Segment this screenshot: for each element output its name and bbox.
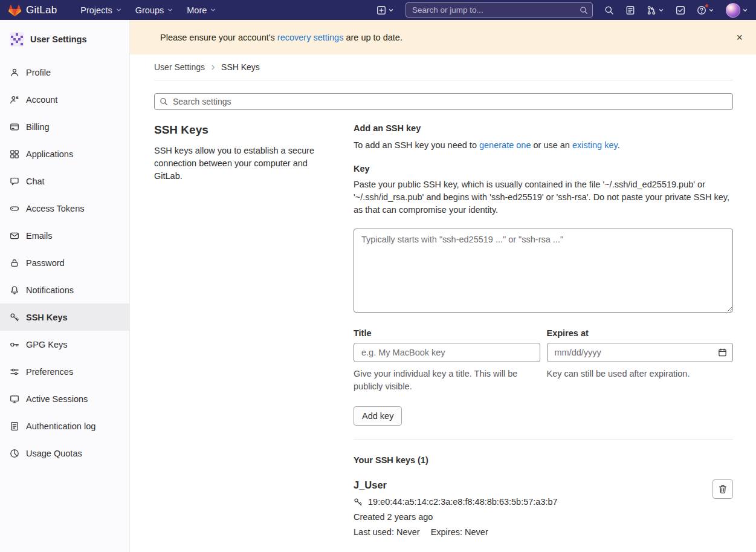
key-info: J_User 19:e0:44:a5:14:c2:3a:e8:f8:48:8b:… bbox=[354, 479, 558, 537]
recovery-settings-link[interactable]: recovery settings bbox=[277, 33, 344, 42]
sidebar-item-usage-quotas[interactable]: Usage Quotas bbox=[0, 440, 129, 467]
ssh-key-textarea[interactable] bbox=[354, 229, 733, 313]
intro-text-after: . bbox=[618, 140, 620, 150]
title-label: Title bbox=[354, 328, 540, 338]
alert-text-before: Please ensure your account's bbox=[160, 33, 277, 42]
sidebar-item-preferences[interactable]: Preferences bbox=[0, 358, 129, 385]
search-icon bbox=[604, 5, 614, 15]
chevron-down-icon bbox=[388, 7, 394, 13]
sidebar-item-chat[interactable]: Chat bbox=[0, 167, 129, 195]
navbar-search-input[interactable] bbox=[405, 2, 593, 18]
breadcrumb-current: SSH Keys bbox=[221, 62, 260, 72]
sidebar-item-label: Active Sessions bbox=[26, 394, 88, 404]
notifications-icon bbox=[10, 285, 19, 295]
gitlab-tanuki-icon bbox=[8, 4, 22, 17]
nav-item-projects[interactable]: Projects bbox=[74, 0, 128, 20]
todos-button[interactable] bbox=[676, 5, 685, 15]
ssh-keys-section: SSH Keys SSH keys allow you to establish… bbox=[154, 123, 733, 537]
sidebar-item-label: Notifications bbox=[26, 285, 74, 295]
existing-key-link[interactable]: existing key bbox=[572, 140, 618, 150]
sidebar-item-label: Emails bbox=[26, 231, 53, 241]
issues-button[interactable] bbox=[625, 5, 635, 15]
sidebar-item-profile[interactable]: Profile bbox=[0, 59, 129, 86]
sidebar-item-label: Account bbox=[26, 95, 57, 105]
intro-text-between: or use an bbox=[531, 140, 572, 150]
section-title: SSH Keys bbox=[154, 123, 333, 137]
nav-item-more[interactable]: More bbox=[180, 0, 223, 20]
key-title-input[interactable] bbox=[354, 343, 540, 362]
expires-group: Expires at Key can still be used after e… bbox=[547, 328, 734, 393]
sidebar-item-authentication-log[interactable]: Authentication log bbox=[0, 412, 129, 440]
key-expires: Expires: Never bbox=[431, 527, 488, 537]
section-intro: SSH Keys SSH keys allow you to establish… bbox=[154, 123, 354, 537]
emails-icon bbox=[10, 231, 19, 241]
chat-icon bbox=[10, 177, 19, 186]
calendar-icon[interactable] bbox=[718, 348, 727, 357]
issues-icon bbox=[625, 5, 635, 15]
help-button[interactable] bbox=[697, 5, 714, 15]
section-description: SSH keys allow you to establish a secure… bbox=[154, 144, 333, 183]
profile-icon bbox=[10, 68, 19, 77]
add-key-button[interactable]: Add key bbox=[354, 406, 402, 426]
sidebar-item-label: Applications bbox=[26, 149, 73, 159]
brand-name: GitLab bbox=[26, 4, 57, 16]
generate-one-link[interactable]: generate one bbox=[479, 140, 531, 150]
sidebar-item-password[interactable]: Password bbox=[0, 249, 129, 276]
delete-key-button[interactable] bbox=[712, 479, 733, 499]
sidebar-header: User Settings bbox=[0, 20, 129, 59]
user-identicon bbox=[10, 32, 24, 47]
sidebar-item-ssh-keys[interactable]: SSH Keys bbox=[0, 304, 129, 331]
sidebar-item-active-sessions[interactable]: Active Sessions bbox=[0, 385, 129, 412]
add-key-intro: To add an SSH key you need to generate o… bbox=[354, 139, 733, 152]
sidebar-item-label: Preferences bbox=[26, 367, 73, 377]
navbar-right bbox=[376, 2, 748, 18]
your-ssh-keys-heading: Your SSH keys (1) bbox=[354, 455, 733, 465]
main-content: Please ensure your account's recovery se… bbox=[130, 20, 756, 552]
close-icon[interactable]: × bbox=[731, 32, 748, 43]
settings-search-input[interactable] bbox=[154, 93, 733, 110]
chevron-down-icon bbox=[658, 7, 664, 13]
expires-help-text: Key can still be used after expiration. bbox=[547, 368, 734, 380]
new-menu-button[interactable] bbox=[376, 5, 394, 15]
sidebar-item-notifications[interactable]: Notifications bbox=[0, 276, 129, 304]
user-avatar bbox=[726, 3, 740, 18]
key-fingerprint-row: 19:e0:44:a5:14:c2:3a:e8:f8:48:8b:63:5b:5… bbox=[354, 497, 558, 507]
gpg-keys-icon bbox=[10, 340, 19, 349]
navbar-search bbox=[405, 2, 593, 18]
sidebar-item-access-tokens[interactable]: Access Tokens bbox=[0, 195, 129, 222]
settings-container: SSH Keys SSH keys allow you to establish… bbox=[130, 93, 756, 537]
sidebar-item-applications[interactable]: Applications bbox=[0, 140, 129, 167]
sidebar-item-label: GPG Keys bbox=[26, 340, 68, 349]
expires-date-input bbox=[547, 343, 734, 362]
intro-text-before: To add an SSH key you need to bbox=[354, 140, 479, 150]
key-last-used: Last used: Never bbox=[354, 527, 420, 537]
alert-banner: Please ensure your account's recovery se… bbox=[130, 20, 756, 54]
gitlab-logo[interactable]: GitLab bbox=[8, 4, 57, 17]
sidebar-item-gpg-keys[interactable]: GPG Keys bbox=[0, 331, 129, 358]
nav-groups-label: Groups bbox=[135, 5, 164, 15]
sidebar-item-label: Usage Quotas bbox=[26, 449, 82, 458]
sidebar-item-label: Profile bbox=[26, 68, 51, 77]
key-help-text: Paste your public SSH key, which is usua… bbox=[354, 178, 733, 216]
merge-requests-button[interactable] bbox=[647, 5, 664, 15]
active-sessions-icon bbox=[10, 394, 19, 404]
chevron-down-icon bbox=[115, 7, 122, 13]
todos-icon bbox=[676, 5, 685, 15]
navbar-menu: Projects Groups More bbox=[74, 0, 223, 20]
ssh-key-entry: J_User 19:e0:44:a5:14:c2:3a:e8:f8:48:8b:… bbox=[354, 479, 733, 537]
nav-item-groups[interactable]: Groups bbox=[129, 0, 181, 20]
sidebar-item-label: Access Tokens bbox=[26, 204, 84, 213]
sidebar-item-billing[interactable]: Billing bbox=[0, 113, 129, 140]
usage-quotas-icon bbox=[10, 449, 19, 458]
sidebar-item-account[interactable]: Account bbox=[0, 86, 129, 113]
billing-icon bbox=[10, 122, 19, 132]
expires-date-field[interactable] bbox=[547, 343, 734, 362]
sidebar-item-emails[interactable]: Emails bbox=[0, 222, 129, 249]
search-icon bbox=[160, 97, 168, 106]
notification-dot bbox=[705, 4, 709, 8]
add-key-heading: Add an SSH key bbox=[354, 123, 733, 133]
chevron-down-icon bbox=[708, 7, 714, 13]
user-menu-button[interactable] bbox=[726, 3, 748, 18]
breadcrumb-parent[interactable]: User Settings bbox=[154, 62, 205, 72]
search-button[interactable] bbox=[604, 5, 614, 15]
